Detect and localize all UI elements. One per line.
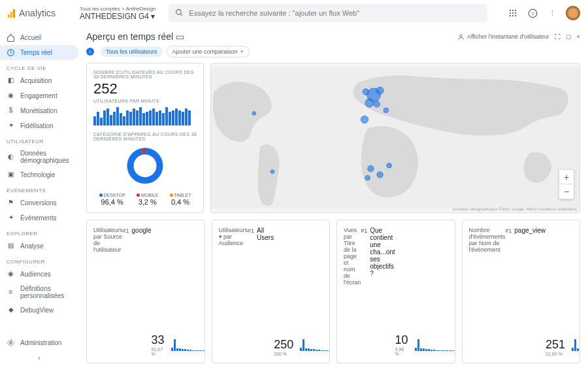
map-attribution: Données cartographiques ©2021 Google, IN…: [453, 207, 577, 211]
svg-point-4: [515, 10, 516, 11]
home-icon: [7, 33, 15, 42]
user-view-icon: [457, 33, 465, 41]
sidebar-item--v-nements[interactable]: ✦Événements: [0, 210, 78, 226]
sidebar-item-acquisition[interactable]: ◧Acquisition: [0, 73, 78, 88]
metric-card-2: Vues par Titre de la page et nom de l'éc…: [336, 220, 455, 363]
nav-icon: ◆: [7, 306, 15, 314]
analytics-logo-icon: [8, 8, 15, 18]
sidebar-item-engagement[interactable]: ◉Engagement: [0, 88, 78, 103]
sidebar-item-technologie[interactable]: ▣Technologie: [0, 167, 78, 182]
svg-point-25: [361, 116, 368, 123]
sidebar-item-admin[interactable]: Administration: [0, 335, 78, 350]
sidebar-item-analyse[interactable]: ▤Analyse: [0, 239, 78, 254]
nav-icon: ⚑: [7, 199, 15, 207]
snapshot-button[interactable]: Afficher l'instantané d'utilisateur: [457, 33, 549, 41]
users-count: 252: [93, 80, 197, 97]
search-icon: [175, 8, 184, 18]
device-legend-item: DESKTOP96,4 %: [99, 193, 125, 206]
svg-text:?: ?: [531, 10, 534, 16]
svg-point-30: [387, 163, 392, 169]
sidebar-item-accueil[interactable]: Accueil: [0, 30, 78, 45]
brand-name: Analytics: [19, 8, 56, 18]
users-per-minute-chart: [93, 107, 197, 125]
world-map-icon: [211, 63, 580, 212]
sparkline-chart: [572, 339, 580, 351]
nav-icon: $: [7, 107, 15, 115]
svg-point-22: [365, 99, 374, 107]
share-icon[interactable]: <: [577, 33, 580, 40]
property-selector[interactable]: Tous les comptes > AntheDesign ANTHEDESI…: [80, 6, 155, 21]
sparkline-chart: [415, 339, 455, 351]
help-icon[interactable]: ?: [527, 7, 538, 19]
user-avatar[interactable]: [566, 6, 580, 20]
device-legend-item: TABLET0,4 %: [170, 193, 191, 206]
sidebar-collapse-button[interactable]: ‹: [0, 350, 78, 365]
map-zoom-control: + −: [559, 169, 574, 199]
doc-icon: ▭: [176, 31, 184, 42]
realtime-summary-card: NOMBRE D'UTILISATEURS AU COURS DES 30 DE…: [86, 63, 204, 213]
svg-point-28: [377, 172, 383, 178]
sidebar-item-tempsreel[interactable]: Temps réel: [0, 45, 78, 60]
svg-point-3: [512, 10, 514, 11]
page-title: Aperçu en temps réel▭: [86, 31, 184, 42]
zoom-in-button[interactable]: +: [559, 170, 574, 184]
clock-icon: [7, 48, 15, 57]
metric-card-1: Utilisateurs ▾ par Audience#1All Users25…: [212, 220, 331, 363]
svg-line-1: [180, 14, 182, 16]
nav-icon: ◐: [7, 153, 15, 161]
svg-point-26: [384, 108, 389, 113]
metric-card-0: Utilisateurs par Source de l'utilisateur…: [86, 220, 205, 363]
export-icon[interactable]: ▢: [566, 33, 572, 40]
sidebar-item-debugview[interactable]: ◆DebugView: [0, 303, 78, 318]
sidebar-item-donn-es-d-mographiques[interactable]: ◐Données démographiques: [0, 146, 78, 167]
svg-point-17: [131, 151, 160, 180]
zoom-out-button[interactable]: −: [559, 184, 574, 199]
search-input[interactable]: [189, 9, 481, 17]
search-bar[interactable]: [169, 4, 487, 22]
svg-point-5: [510, 12, 511, 14]
svg-point-14: [10, 342, 12, 344]
sparkline-chart: [171, 339, 205, 351]
nav-icon: ◉: [7, 270, 15, 278]
sidebar: Accueil Temps réel CYCLE DE VIE ◧Acquisi…: [0, 26, 78, 368]
svg-point-27: [368, 165, 374, 171]
sidebar-item-conversions[interactable]: ⚑Conversions: [0, 195, 78, 210]
sidebar-item-fid-lisation[interactable]: ✦Fidélisation: [0, 118, 78, 133]
nav-icon: ◉: [7, 92, 15, 100]
svg-point-7: [515, 12, 516, 14]
svg-point-2: [510, 10, 511, 11]
svg-point-10: [515, 15, 516, 16]
nav-icon: ▤: [7, 242, 15, 250]
fullscreen-icon[interactable]: ⛶: [555, 33, 561, 40]
card-title: Utilisateurs ▾ par Audience: [219, 227, 248, 352]
info-icon[interactable]: i: [86, 48, 94, 56]
svg-point-32: [270, 170, 274, 174]
svg-point-6: [512, 12, 514, 14]
svg-point-8: [510, 15, 511, 16]
apps-grid-icon[interactable]: [507, 7, 519, 19]
svg-point-31: [252, 112, 256, 116]
svg-point-0: [176, 9, 182, 14]
sparkline-chart: [300, 339, 330, 351]
sidebar-item-audiences[interactable]: ◉Audiences: [0, 267, 78, 282]
plus-icon: +: [240, 48, 244, 55]
nav-icon: ≡: [7, 288, 15, 297]
nav-icon: ◧: [7, 76, 15, 85]
chevron-down-icon: ▾: [151, 12, 155, 21]
svg-point-15: [460, 34, 463, 37]
device-legend-item: MOBILE3,2 %: [137, 193, 158, 206]
more-vert-icon[interactable]: ⋮: [546, 7, 558, 19]
device-donut-chart: [125, 146, 165, 185]
nav-icon: ✦: [7, 122, 15, 130]
nav-icon: ✦: [7, 214, 15, 222]
sidebar-item-d-finitions-personnalis-es[interactable]: ≡Définitions personnalisées: [0, 282, 78, 303]
svg-point-21: [376, 87, 384, 94]
card-title: Nombre d'événements par Nom de l'événeme…: [469, 227, 506, 352]
add-comparison-button[interactable]: Ajouter une comparaison+: [167, 46, 250, 58]
realtime-map[interactable]: + − Données cartographiques ©2021 Google…: [210, 63, 580, 213]
svg-point-24: [363, 89, 368, 95]
sidebar-item-mon-tisation[interactable]: $Monétisation: [0, 103, 78, 118]
svg-point-23: [374, 101, 380, 107]
filter-all-users[interactable]: Tous les utilisateurs: [101, 46, 163, 57]
gear-icon: [7, 339, 15, 347]
